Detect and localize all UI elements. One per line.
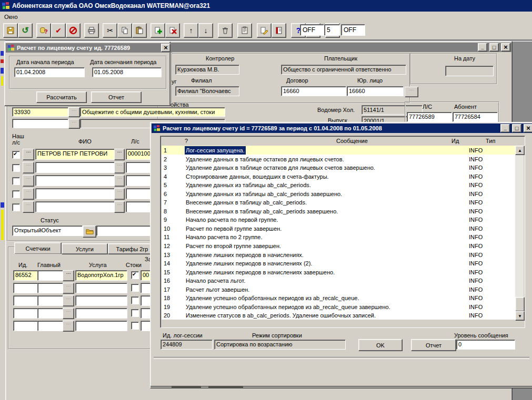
insert-record-button[interactable] — [150, 23, 165, 38]
log-maximize-button[interactable] — [512, 124, 521, 132]
meter-service-field[interactable] — [75, 283, 127, 293]
our-ls-checkbox[interactable] — [12, 151, 20, 159]
cut-button[interactable]: ✂ — [103, 23, 117, 38]
person-fio-field[interactable] — [35, 201, 116, 212]
print-button[interactable] — [84, 23, 99, 38]
log-report-button[interactable]: Отчет — [411, 339, 456, 351]
person-ls-lookup-button[interactable] — [114, 149, 125, 160]
toolbar-off-field-2[interactable]: OFF — [341, 24, 365, 36]
meter-main-field[interactable] — [37, 295, 63, 306]
log-row[interactable]: 20 Изменение статусов в ab_calc_periods.… — [162, 311, 515, 320]
person-ls-lookup-button[interactable] — [114, 201, 125, 213]
start-date-field[interactable]: 01.04.2008 — [14, 67, 85, 77]
payer-field[interactable]: Общество с ограниченной ответственно — [281, 65, 406, 75]
log-row[interactable]: 18 Удаление успешно обработанных периодо… — [162, 293, 515, 302]
toolbar-number-field[interactable]: 5 — [324, 24, 340, 36]
edit-button[interactable] — [257, 23, 272, 38]
close-button[interactable] — [501, 43, 510, 52]
person-lookup-button[interactable] — [23, 162, 34, 173]
message-level-field[interactable]: 0 — [456, 340, 515, 350]
scroll-down-button[interactable]: ▼ — [515, 311, 525, 321]
controller-field[interactable]: Курзюкова М.В. — [175, 65, 239, 75]
log-row[interactable]: 11 Начало расчета по 2 группе. INFO — [162, 232, 515, 241]
menu-window[interactable]: Окно — [4, 14, 18, 20]
person-fio-field[interactable] — [35, 188, 116, 199]
meter-service-field[interactable] — [75, 295, 127, 306]
meter-main-field[interactable] — [37, 283, 63, 293]
our-ls-checkbox[interactable] — [12, 190, 20, 198]
object-lookup-button[interactable] — [68, 107, 80, 117]
meter-row[interactable] — [11, 320, 164, 333]
cancel-button[interactable] — [66, 23, 81, 38]
meter-service-field[interactable]: ВодопотрХол.1гр — [75, 270, 127, 281]
minimize-button[interactable] — [478, 43, 487, 52]
person-ls-lookup-button[interactable] — [114, 188, 125, 200]
person-row[interactable] — [11, 161, 169, 175]
person-fio-field[interactable] — [35, 162, 116, 173]
ls-field[interactable]: 77726589 — [407, 112, 452, 122]
log-row[interactable]: 6 Удаление данных из таблицы ab_calc_per… — [162, 189, 515, 198]
status-field[interactable]: ОткрытыйОбъект — [12, 225, 83, 236]
tab-services[interactable]: Услуги — [62, 243, 108, 254]
log-row[interactable]: 10 Расчет по первой группе завершен. INF… — [162, 224, 515, 233]
tab-meters[interactable]: Счетчики — [14, 242, 62, 254]
execute-query-button[interactable]: ? — [36, 23, 51, 38]
our-ls-checkbox[interactable] — [12, 203, 20, 211]
column-header-q[interactable]: ? — [185, 138, 188, 144]
drains-checkbox[interactable] — [131, 309, 139, 317]
drains-checkbox[interactable] — [131, 284, 139, 292]
meter-lookup-button[interactable] — [63, 308, 74, 319]
session-id-field[interactable]: 244809 — [160, 340, 213, 350]
log-row[interactable]: 13 Удаление лишних периодов в начисления… — [162, 250, 515, 259]
abonent-field[interactable]: 77726584 — [453, 112, 498, 122]
rollback-button[interactable]: ↺ — [18, 23, 33, 38]
status-folder-button[interactable] — [83, 225, 96, 238]
save-button[interactable] — [3, 23, 18, 38]
log-row[interactable]: 14 Удаление лишних периодов в начисления… — [162, 259, 515, 268]
object-lookup-button-2[interactable] — [68, 119, 80, 129]
log-row[interactable]: 8 Внесение данных в таблицу ab_calc_peri… — [162, 207, 515, 216]
log-row[interactable]: 3 Удаление данных в таблице остатков для… — [162, 163, 515, 172]
object-id-field[interactable]: 33930 — [12, 107, 68, 117]
log-row[interactable]: 5 Удаление данных из таблицы ab_calc_per… — [162, 180, 515, 189]
log-row[interactable]: 9 Начало расчета по первой группе. INFO — [162, 215, 515, 224]
column-header-message[interactable]: Сообщение — [336, 138, 368, 144]
column-header-type[interactable]: Тип — [486, 138, 495, 144]
object-desc-field[interactable]: Общежитие с общими душевыми, кухнями, ст… — [80, 107, 225, 117]
dialog-report-button[interactable]: Отчет — [91, 91, 142, 103]
drains-checkbox[interactable] — [131, 322, 139, 330]
person-ls-lookup-button[interactable] — [114, 175, 125, 187]
maximize-button[interactable] — [489, 43, 499, 52]
person-lookup-button[interactable] — [23, 201, 34, 213]
drains-checkbox[interactable] — [131, 296, 139, 304]
scroll-thumb[interactable] — [515, 297, 525, 312]
meter-main-field[interactable] — [37, 321, 63, 331]
copy-button[interactable] — [117, 23, 132, 38]
log-row[interactable]: 2 Удаление данных в таблице остатков для… — [162, 155, 515, 163]
person-lookup-button[interactable] — [23, 175, 34, 187]
object-id-field-2[interactable] — [12, 119, 68, 128]
clipboard-button[interactable] — [237, 23, 252, 38]
log-row[interactable]: 7 Внесение данных в таблицу ab_calc_peri… — [162, 198, 515, 207]
on-date-field[interactable] — [445, 66, 494, 76]
log-row[interactable]: 15 Удаление лишних периодов в начисления… — [162, 268, 515, 276]
drains-checkbox[interactable] — [131, 271, 139, 279]
end-date-field[interactable]: 01.05.2008 — [92, 67, 162, 77]
log-minimize-button[interactable] — [500, 124, 510, 132]
list-of-values-button[interactable] — [272, 23, 286, 38]
next-record-button[interactable]: ↓ — [198, 23, 213, 38]
log-row[interactable]: 12 Расчет по второй группе завершен. INF… — [162, 241, 515, 250]
person-fio-field[interactable] — [35, 175, 116, 186]
log-scrollbar[interactable]: ▲ ▼ — [515, 146, 524, 320]
delete-record-button[interactable] — [165, 23, 180, 38]
meter-service-field[interactable] — [75, 308, 127, 319]
person-lookup-button[interactable] — [23, 188, 34, 200]
meter-id-field[interactable] — [13, 295, 38, 306]
log-row[interactable]: 19 Удаление успешно обработанных периодо… — [162, 302, 515, 311]
meter-lookup-button[interactable] — [63, 295, 74, 306]
person-row[interactable] — [11, 201, 169, 214]
commit-button[interactable]: ✔ — [51, 23, 66, 38]
dialog-close-button[interactable] — [161, 44, 170, 52]
toolbar-off-field-1[interactable]: OFF — [300, 24, 324, 36]
log-row[interactable]: 16 Начало расчета льгот. INFO — [162, 276, 515, 285]
